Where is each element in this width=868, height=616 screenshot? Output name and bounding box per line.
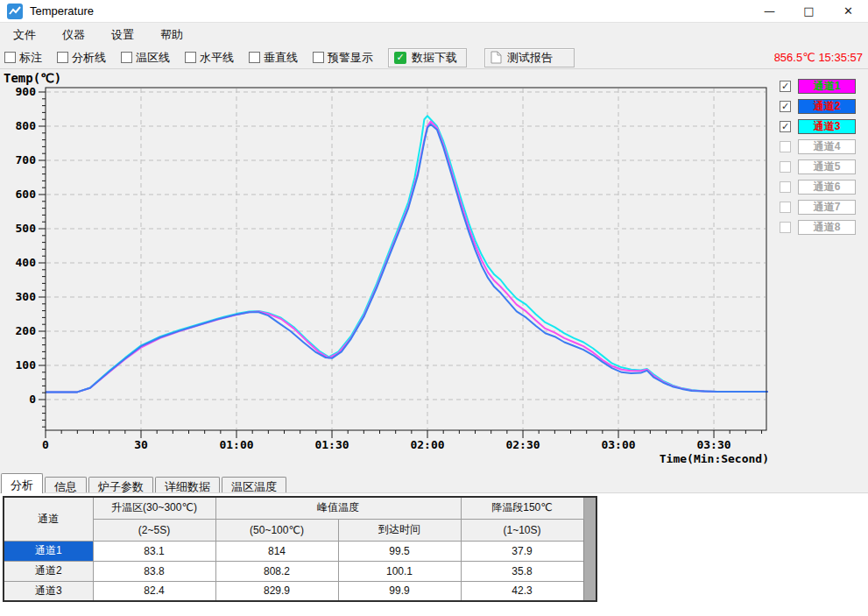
svg-text:30: 30 [134,438,148,451]
svg-text:01:00: 01:00 [219,438,253,451]
channel-5-button[interactable]: 通道5 [798,159,856,174]
channel-1-checkbox[interactable]: ✓ [780,81,791,92]
tab-info[interactable]: 信息 [45,477,87,493]
channel-3-checkbox[interactable]: ✓ [780,121,791,132]
legend-row: ✓ 通道3 [780,119,856,134]
cell-rise: 82.4 [93,581,215,601]
checkbox-group-zone-line: 温区线 [121,50,170,66]
channel-1-button[interactable]: 通道1 [798,79,856,94]
svg-text:700: 700 [16,153,37,166]
table-row: 通道1 83.1 814 99.5 37.9 [4,541,596,561]
svg-text:0: 0 [29,393,36,406]
test-report-label: 测试报告 [507,50,553,66]
maximize-button[interactable]: □ [789,0,829,22]
svg-text:02:00: 02:00 [410,438,444,451]
document-icon [490,51,502,64]
channel-6-button[interactable]: 通道6 [798,180,856,195]
cell-rise: 83.8 [93,561,215,581]
svg-text:100: 100 [16,358,37,372]
col-header-channel: 通道 [4,497,93,541]
alert-display-checkbox[interactable] [313,52,324,63]
cell-peak-time: 100.1 [338,561,461,581]
temperature-chart[interactable]: 010020030040050060070080090003001:0001:3… [0,69,774,473]
analysis-line-checkbox[interactable] [57,52,68,63]
legend-row: 通道7 [780,200,856,215]
svg-text:02:30: 02:30 [505,438,540,451]
channel-8-checkbox[interactable] [780,222,791,233]
tab-detail-data[interactable]: 详细数据 [155,477,220,493]
chart-region: 010020030040050060070080090003001:0001:3… [0,69,868,473]
title-bar: Temperature — □ ✕ [0,0,868,23]
series-lines [46,116,768,392]
cell-cool: 35.8 [461,561,583,581]
window-title: Temperature [30,4,94,18]
zone-line-checkbox[interactable] [121,52,132,63]
channel-8-button[interactable]: 通道8 [798,220,856,235]
channel-2-button[interactable]: 通道2 [798,99,856,114]
legend-row: 通道5 [780,159,856,174]
legend-row: ✓ 通道2 [780,99,856,114]
cell-peak-temp: 814 [215,541,338,561]
row-channel-3[interactable]: 通道3 [4,581,93,601]
series-通道1 [46,122,768,393]
legend-row: 通道8 [780,220,856,235]
channel-3-button[interactable]: 通道3 [798,119,856,134]
row-channel-2[interactable]: 通道2 [4,561,93,581]
checkbox-group-horizontal-line: 水平线 [185,50,234,66]
close-button[interactable]: ✕ [829,0,868,22]
series-通道2 [46,124,768,393]
temperature-time-status: 856.5℃ 15:35:57 [774,51,863,64]
channel-4-button[interactable]: 通道4 [798,139,856,154]
cell-cool: 42.3 [461,581,583,601]
menu-file[interactable]: 文件 [4,24,46,46]
svg-text:900: 900 [16,85,37,98]
test-report-button[interactable]: 测试报告 [484,48,575,67]
cell-peak-temp: 808.2 [215,561,338,581]
series-通道3 [46,116,768,392]
bottom-tab-bar: 分析 信息 炉子参数 详细数据 温区温度 [0,473,868,493]
y-axis-title: Temp(℃) [4,71,61,85]
channel-7-checkbox[interactable] [780,202,791,213]
table-row: 通道3 82.4 829.9 99.9 42.3 [4,581,596,601]
cell-rise: 83.1 [93,541,215,561]
vertical-line-checkbox[interactable] [249,52,260,63]
tab-zone-temp[interactable]: 温区温度 [222,477,286,493]
analysis-line-label: 分析线 [72,50,106,66]
table-scrollbar[interactable] [583,497,596,601]
horizontal-line-checkbox[interactable] [185,52,196,63]
menu-settings[interactable]: 设置 [102,24,144,46]
svg-text:03:30: 03:30 [696,438,730,451]
download-check-icon: ✓ [394,52,406,64]
channel-4-checkbox[interactable] [780,141,791,152]
horizontal-line-label: 水平线 [200,50,234,66]
channel-7-button[interactable]: 通道7 [798,200,856,215]
menu-help[interactable]: 帮助 [151,24,193,46]
checkbox-group-annotation: 标注 [4,50,42,66]
cell-cool: 37.9 [461,541,583,561]
analysis-table: 通道 升温区(30~300℃) 峰值温度 降温段150℃ (2~5S) (50~… [3,496,597,602]
minimize-button[interactable]: — [750,0,789,22]
table-row: 通道2 83.8 808.2 100.1 35.8 [4,561,596,581]
channel-5-checkbox[interactable] [780,161,791,173]
checkbox-group-alert-display: 预警显示 [313,50,373,66]
subheader-arrival-time: 到达时间 [338,519,461,541]
channel-2-checkbox[interactable]: ✓ [780,101,791,112]
svg-text:01:30: 01:30 [314,438,349,451]
channel-6-checkbox[interactable] [780,181,791,193]
tab-analysis[interactable]: 分析 [1,473,43,493]
cell-peak-time: 99.5 [338,541,461,561]
vertical-line-label: 垂直线 [264,50,298,66]
annotation-checkbox[interactable] [4,52,16,63]
tab-oven-params[interactable]: 炉子参数 [88,477,153,493]
subheader-rise-range: (2~5S) [93,519,215,541]
menu-instrument[interactable]: 仪器 [53,24,95,46]
checkbox-group-analysis-line: 分析线 [57,50,106,66]
data-download-button[interactable]: ✓ 数据下载 [388,48,467,67]
checkbox-group-vertical-line: 垂直线 [249,50,298,66]
row-channel-1[interactable]: 通道1 [4,541,93,561]
legend-row: ✓ 通道1 [780,79,856,94]
axis-labels: 010020030040050060070080090003001:0001:3… [4,71,769,465]
axis-ticks [39,92,762,438]
alert-display-label: 预警显示 [328,50,373,66]
svg-text:200: 200 [16,324,37,337]
